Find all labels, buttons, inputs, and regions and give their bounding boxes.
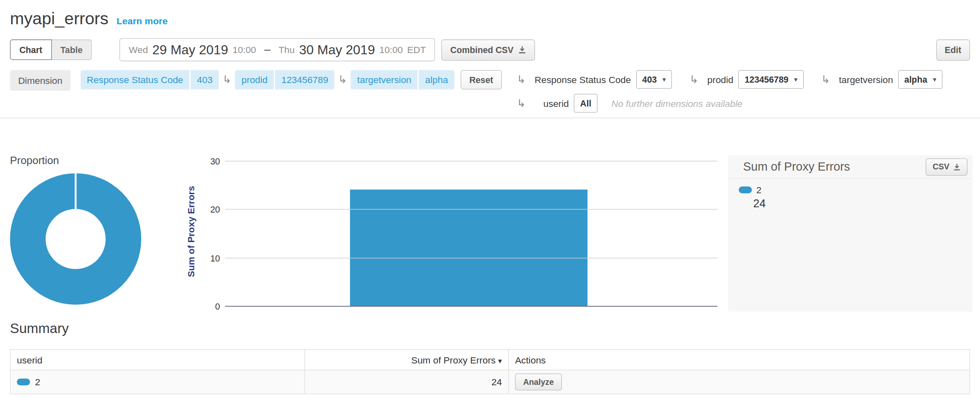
download-icon	[953, 163, 961, 170]
filter-select-prodid[interactable]: 123456789 ▾	[738, 70, 804, 89]
csv-label: CSV	[933, 162, 950, 171]
filter-selected-value: 403	[642, 74, 657, 84]
filter-response-status-code: ↳ Response Status Code 403 ▾	[513, 70, 672, 89]
legend-header: Sum of Proxy Errors CSV	[728, 155, 973, 179]
sort-descending-icon: ▾	[498, 356, 502, 365]
cell-userid: 2	[10, 370, 305, 394]
dimension-label: Dimension	[10, 70, 70, 90]
table-row: 2 24 Analyze	[10, 370, 970, 394]
summary-section: Summary userid Sum of Proxy Errors▾ Acti…	[10, 320, 970, 394]
filter-select-targetversion[interactable]: alpha ▾	[898, 70, 943, 89]
bar-series-rect[interactable]	[350, 190, 587, 306]
start-date: 29 May 2019	[152, 42, 228, 58]
proportion-title: Proportion	[10, 155, 59, 167]
dimension-bar: Dimension Response Status Code 403 ↳ pro…	[0, 70, 980, 118]
y-tick-label: 10	[199, 254, 220, 262]
donut-hole	[46, 209, 106, 269]
date-range-separator: –	[264, 43, 270, 56]
bar-plot: 0102030	[225, 162, 718, 307]
breadcrumb-name: prodid	[235, 70, 274, 89]
column-header-label: Sum of Proxy Errors	[411, 354, 495, 365]
breadcrumb-value: 403	[191, 70, 219, 89]
date-range-picker[interactable]: Wed 29 May 2019 10:00 – Thu 30 May 2019 …	[120, 38, 435, 61]
breadcrumb-name: Response Status Code	[81, 70, 189, 89]
cell-actions: Analyze	[508, 370, 970, 394]
filter-userid: userid All	[543, 94, 598, 113]
summary-table: userid Sum of Proxy Errors▾ Actions 2	[10, 349, 970, 394]
breadcrumb-prodid[interactable]: prodid 123456789	[235, 70, 335, 89]
timezone: EDT	[407, 44, 426, 55]
view-toggle: Chart Table	[10, 39, 92, 60]
no-more-dimensions-note: No further dimensions available	[611, 98, 743, 109]
breadcrumb-response-status-code[interactable]: Response Status Code 403	[81, 70, 219, 89]
drill-down-icon: ↳	[517, 74, 526, 85]
cell-sum-of-proxy-errors: 24	[305, 370, 508, 394]
legend-item-label: 2	[756, 185, 761, 195]
filter-select-userid[interactable]: All	[574, 94, 598, 113]
donut-slice-divider	[75, 174, 77, 210]
chevron-down-icon: ▾	[794, 75, 797, 83]
summary-heading: Summary	[10, 320, 970, 337]
filter-targetversion: ↳ targetversion alpha ▾	[817, 70, 942, 89]
gridline-y-0	[225, 306, 718, 307]
drill-down-icon: ↳	[821, 74, 830, 85]
csv-button[interactable]: CSV	[926, 158, 968, 176]
dimension-breadcrumbs: Response Status Code 403 ↳ prodid 123456…	[81, 70, 454, 89]
start-day: Wed	[129, 44, 148, 55]
userid-value: 2	[35, 377, 40, 387]
chart-view-button[interactable]: Chart	[10, 39, 51, 60]
end-date: 30 May 2019	[299, 42, 375, 58]
proportion-donut-chart	[10, 168, 175, 310]
series-color-swatch-icon	[17, 379, 30, 386]
gridline-y-10	[225, 257, 718, 258]
filter-selected-value: alpha	[904, 74, 927, 84]
filter-name: prodid	[707, 74, 733, 85]
chevron-down-icon: ▾	[933, 75, 936, 83]
app-root: myapi_errors Learn more Chart Table Wed …	[0, 0, 980, 398]
y-tick-label: 30	[199, 157, 220, 166]
legend-panel: Sum of Proxy Errors CSV 2 24	[728, 155, 973, 311]
y-tick-label: 20	[199, 206, 220, 214]
edit-button[interactable]: Edit	[936, 39, 970, 60]
filter-select-response-status-code[interactable]: 403 ▾	[636, 70, 672, 89]
table-view-button[interactable]: Table	[52, 39, 92, 60]
combined-csv-button[interactable]: Combined CSV	[442, 39, 535, 60]
page-header: myapi_errors Learn more	[0, 0, 980, 29]
gridline-y-20	[225, 209, 718, 210]
legend-title: Sum of Proxy Errors	[743, 160, 850, 174]
drill-down-icon: ↳	[223, 74, 232, 85]
table-header-row: userid Sum of Proxy Errors▾ Actions	[10, 349, 970, 370]
dimension-filters: ↳ Response Status Code 403 ▾ ↳ prodid 12…	[513, 70, 970, 112]
column-header-sum-of-proxy-errors[interactable]: Sum of Proxy Errors▾	[305, 349, 508, 370]
breadcrumb-value: 123456789	[275, 70, 335, 89]
filter-name: targetversion	[839, 74, 893, 85]
series-color-swatch-icon	[739, 186, 752, 193]
breadcrumb-name: targetversion	[351, 70, 417, 89]
download-icon	[518, 46, 526, 54]
gridline-y-30	[225, 161, 718, 162]
toolbar: Chart Table Wed 29 May 2019 10:00 – Thu …	[10, 38, 970, 61]
y-tick-label: 0	[199, 302, 220, 311]
analyze-button[interactable]: Analyze	[515, 373, 562, 390]
drill-down-icon: ↳	[338, 74, 347, 85]
y-axis-title: Sum of Proxy Errors	[186, 169, 198, 294]
legend-item-value: 24	[753, 197, 973, 210]
filter-name: Response Status Code	[534, 74, 631, 85]
start-time: 10:00	[232, 44, 256, 55]
filter-name: userid	[543, 98, 569, 109]
filter-selected-value: 123456789	[745, 74, 789, 84]
column-header-userid: userid	[10, 349, 305, 370]
filter-prodid: ↳ prodid 123456789 ▾	[686, 70, 804, 89]
legend-item[interactable]: 2	[739, 185, 973, 195]
drill-down-icon: ↳	[517, 98, 526, 109]
drill-down-icon: ↳	[690, 74, 699, 85]
learn-more-link[interactable]: Learn more	[117, 16, 168, 26]
end-time: 10:00	[380, 44, 403, 55]
donut-ring[interactable]	[10, 174, 141, 305]
end-day: Thu	[278, 44, 294, 55]
chevron-down-icon: ▾	[663, 75, 666, 83]
reset-button[interactable]: Reset	[460, 70, 502, 89]
breadcrumb-targetversion[interactable]: targetversion alpha	[351, 70, 454, 89]
breadcrumb-value: alpha	[419, 70, 454, 89]
filter-selected-value: All	[580, 98, 591, 108]
